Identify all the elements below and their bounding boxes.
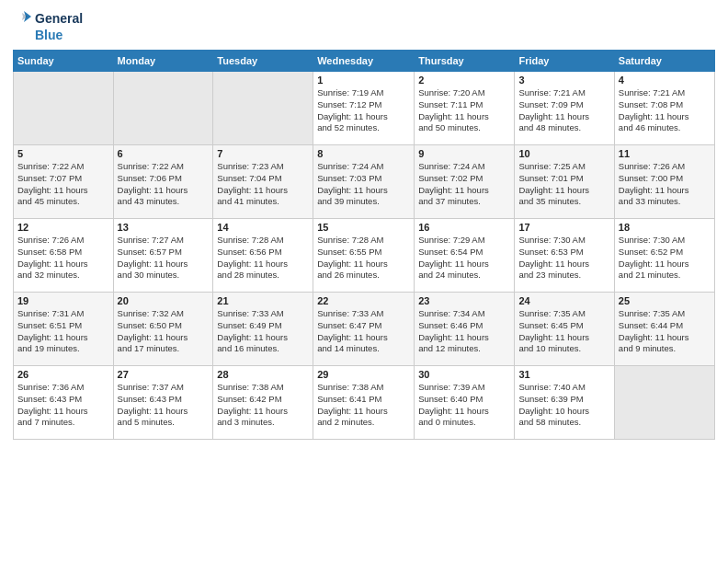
- day-info: Sunrise: 7:24 AM Sunset: 7:03 PM Dayligh…: [317, 161, 410, 208]
- calendar-cell: 29Sunrise: 7:38 AM Sunset: 6:41 PM Dayli…: [313, 366, 415, 440]
- calendar-cell: [213, 72, 313, 145]
- day-number: 25: [619, 295, 711, 306]
- calendar-cell: 10Sunrise: 7:25 AM Sunset: 7:01 PM Dayli…: [515, 145, 614, 219]
- day-number: 2: [418, 75, 510, 86]
- calendar-cell: 1Sunrise: 7:19 AM Sunset: 7:12 PM Daylig…: [313, 72, 415, 145]
- day-info: Sunrise: 7:35 AM Sunset: 6:44 PM Dayligh…: [619, 308, 711, 355]
- day-info: Sunrise: 7:29 AM Sunset: 6:54 PM Dayligh…: [418, 235, 510, 282]
- day-number: 11: [619, 148, 711, 159]
- day-number: 8: [317, 148, 410, 159]
- weekday-header: Sunday: [14, 51, 114, 72]
- calendar-cell: 6Sunrise: 7:22 AM Sunset: 7:06 PM Daylig…: [113, 145, 213, 219]
- calendar-cell: 20Sunrise: 7:32 AM Sunset: 6:50 PM Dayli…: [113, 293, 213, 366]
- day-number: 15: [317, 222, 410, 233]
- day-info: Sunrise: 7:21 AM Sunset: 7:09 PM Dayligh…: [518, 87, 609, 134]
- logo-blue: Blue: [35, 28, 63, 42]
- day-info: Sunrise: 7:30 AM Sunset: 6:53 PM Dayligh…: [518, 235, 609, 282]
- logo: General Blue: [13, 9, 83, 42]
- day-number: 1: [317, 75, 410, 86]
- day-info: Sunrise: 7:22 AM Sunset: 7:07 PM Dayligh…: [17, 161, 109, 208]
- day-number: 17: [518, 222, 609, 233]
- weekday-header: Tuesday: [213, 51, 313, 72]
- calendar-cell: 28Sunrise: 7:38 AM Sunset: 6:42 PM Dayli…: [213, 366, 313, 440]
- weekday-header-row: SundayMondayTuesdayWednesdayThursdayFrid…: [14, 51, 715, 72]
- calendar-cell: 16Sunrise: 7:29 AM Sunset: 6:54 PM Dayli…: [415, 219, 515, 293]
- day-info: Sunrise: 7:35 AM Sunset: 6:45 PM Dayligh…: [518, 308, 609, 355]
- day-number: 18: [619, 222, 711, 233]
- day-number: 24: [518, 295, 609, 306]
- calendar-cell: 24Sunrise: 7:35 AM Sunset: 6:45 PM Dayli…: [515, 293, 614, 366]
- day-number: 27: [118, 369, 210, 380]
- day-info: Sunrise: 7:30 AM Sunset: 6:52 PM Dayligh…: [619, 235, 711, 282]
- day-number: 19: [17, 295, 109, 306]
- calendar-cell: 17Sunrise: 7:30 AM Sunset: 6:53 PM Dayli…: [515, 219, 614, 293]
- calendar-cell: 19Sunrise: 7:31 AM Sunset: 6:51 PM Dayli…: [14, 293, 114, 366]
- calendar-week-row: 12Sunrise: 7:26 AM Sunset: 6:58 PM Dayli…: [14, 219, 715, 293]
- day-number: 3: [518, 75, 609, 86]
- weekday-header: Saturday: [614, 51, 714, 72]
- day-info: Sunrise: 7:20 AM Sunset: 7:11 PM Dayligh…: [418, 87, 510, 134]
- day-info: Sunrise: 7:32 AM Sunset: 6:50 PM Dayligh…: [118, 308, 210, 355]
- calendar-week-row: 19Sunrise: 7:31 AM Sunset: 6:51 PM Dayli…: [14, 293, 715, 366]
- calendar-cell: 27Sunrise: 7:37 AM Sunset: 6:43 PM Dayli…: [113, 366, 213, 440]
- calendar-cell: 14Sunrise: 7:28 AM Sunset: 6:56 PM Dayli…: [213, 219, 313, 293]
- calendar-week-row: 26Sunrise: 7:36 AM Sunset: 6:43 PM Dayli…: [14, 366, 715, 440]
- day-number: 4: [619, 75, 711, 86]
- day-number: 10: [518, 148, 609, 159]
- calendar-cell: 2Sunrise: 7:20 AM Sunset: 7:11 PM Daylig…: [415, 72, 515, 145]
- calendar: SundayMondayTuesdayWednesdayThursdayFrid…: [13, 50, 715, 440]
- day-info: Sunrise: 7:21 AM Sunset: 7:08 PM Dayligh…: [619, 87, 711, 134]
- day-number: 20: [118, 295, 210, 306]
- weekday-header: Wednesday: [313, 51, 415, 72]
- day-number: 16: [418, 222, 510, 233]
- calendar-cell: 8Sunrise: 7:24 AM Sunset: 7:03 PM Daylig…: [313, 145, 415, 219]
- day-info: Sunrise: 7:22 AM Sunset: 7:06 PM Dayligh…: [118, 161, 210, 208]
- calendar-cell: 7Sunrise: 7:23 AM Sunset: 7:04 PM Daylig…: [213, 145, 313, 219]
- day-info: Sunrise: 7:31 AM Sunset: 6:51 PM Dayligh…: [17, 308, 109, 355]
- day-number: 30: [418, 369, 510, 380]
- day-number: 26: [17, 369, 109, 380]
- calendar-cell: 3Sunrise: 7:21 AM Sunset: 7:09 PM Daylig…: [515, 72, 614, 145]
- day-info: Sunrise: 7:39 AM Sunset: 6:40 PM Dayligh…: [418, 382, 510, 429]
- day-info: Sunrise: 7:36 AM Sunset: 6:43 PM Dayligh…: [17, 382, 109, 429]
- calendar-cell: 5Sunrise: 7:22 AM Sunset: 7:07 PM Daylig…: [14, 145, 114, 219]
- day-number: 14: [217, 222, 309, 233]
- calendar-cell: 9Sunrise: 7:24 AM Sunset: 7:02 PM Daylig…: [415, 145, 515, 219]
- calendar-cell: 21Sunrise: 7:33 AM Sunset: 6:49 PM Dayli…: [213, 293, 313, 366]
- day-info: Sunrise: 7:33 AM Sunset: 6:47 PM Dayligh…: [317, 308, 410, 355]
- weekday-header: Friday: [515, 51, 614, 72]
- calendar-cell: 23Sunrise: 7:34 AM Sunset: 6:46 PM Dayli…: [415, 293, 515, 366]
- calendar-cell: 4Sunrise: 7:21 AM Sunset: 7:08 PM Daylig…: [614, 72, 714, 145]
- day-info: Sunrise: 7:28 AM Sunset: 6:55 PM Dayligh…: [317, 235, 410, 282]
- weekday-header: Thursday: [415, 51, 515, 72]
- day-number: 5: [17, 148, 109, 159]
- day-number: 12: [17, 222, 109, 233]
- day-number: 6: [118, 148, 210, 159]
- day-number: 22: [317, 295, 410, 306]
- day-info: Sunrise: 7:27 AM Sunset: 6:57 PM Dayligh…: [118, 235, 210, 282]
- day-info: Sunrise: 7:38 AM Sunset: 6:41 PM Dayligh…: [317, 382, 410, 429]
- day-number: 28: [217, 369, 309, 380]
- calendar-cell: [113, 72, 213, 145]
- calendar-cell: 11Sunrise: 7:26 AM Sunset: 7:00 PM Dayli…: [614, 145, 714, 219]
- calendar-cell: [14, 72, 114, 145]
- calendar-cell: 15Sunrise: 7:28 AM Sunset: 6:55 PM Dayli…: [313, 219, 415, 293]
- day-info: Sunrise: 7:19 AM Sunset: 7:12 PM Dayligh…: [317, 87, 410, 134]
- calendar-cell: 31Sunrise: 7:40 AM Sunset: 6:39 PM Dayli…: [515, 366, 614, 440]
- day-info: Sunrise: 7:40 AM Sunset: 6:39 PM Dayligh…: [518, 382, 609, 429]
- calendar-cell: 22Sunrise: 7:33 AM Sunset: 6:47 PM Dayli…: [313, 293, 415, 366]
- day-number: 9: [418, 148, 510, 159]
- day-number: 29: [317, 369, 410, 380]
- calendar-cell: 30Sunrise: 7:39 AM Sunset: 6:40 PM Dayli…: [415, 366, 515, 440]
- day-number: 13: [118, 222, 210, 233]
- calendar-cell: 13Sunrise: 7:27 AM Sunset: 6:57 PM Dayli…: [113, 219, 213, 293]
- calendar-week-row: 1Sunrise: 7:19 AM Sunset: 7:12 PM Daylig…: [14, 72, 715, 145]
- day-info: Sunrise: 7:24 AM Sunset: 7:02 PM Dayligh…: [418, 161, 510, 208]
- day-info: Sunrise: 7:23 AM Sunset: 7:04 PM Dayligh…: [217, 161, 309, 208]
- day-info: Sunrise: 7:26 AM Sunset: 7:00 PM Dayligh…: [619, 161, 711, 208]
- day-number: 31: [518, 369, 609, 380]
- logo-bird-icon: [13, 9, 33, 28]
- calendar-week-row: 5Sunrise: 7:22 AM Sunset: 7:07 PM Daylig…: [14, 145, 715, 219]
- calendar-cell: [614, 366, 714, 440]
- page-header: General Blue: [13, 9, 715, 42]
